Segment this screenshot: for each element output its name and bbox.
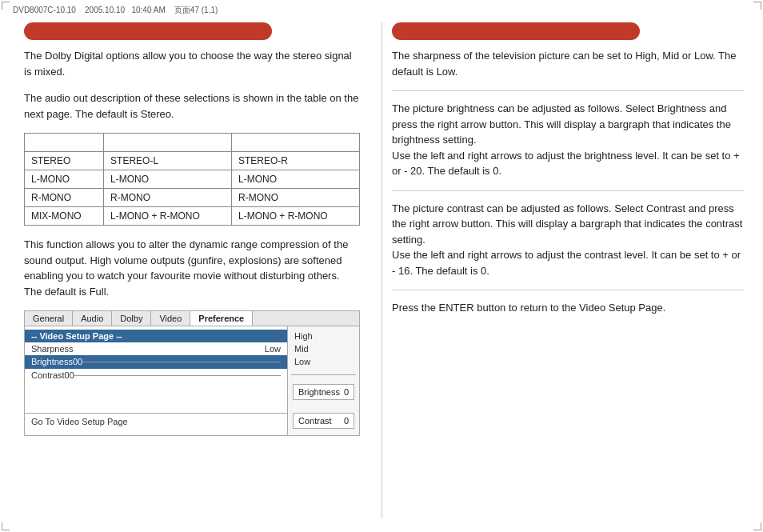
- table-cell: L-MONO: [25, 170, 104, 189]
- doc-date: 2005.10.10: [85, 6, 125, 14]
- table-cell: R-MONO: [25, 189, 104, 207]
- menu-item-label: Contrast: [31, 370, 65, 381]
- brightness-slider: [82, 362, 281, 362]
- dolby-intro: The Dolby Digital options allow you to c…: [24, 48, 360, 79]
- menu-item-brightness[interactable]: Brightness 00: [25, 355, 287, 369]
- setup-menu-header: -- Video Setup Page --: [25, 330, 287, 342]
- table-cell: L-MONO: [104, 170, 232, 189]
- table-header-row: [25, 134, 360, 152]
- table-row: MIX-MONO L-MONO + R-MONO L-MONO + R-MONO: [25, 207, 360, 226]
- table-header-2: [104, 134, 232, 152]
- contrast-control[interactable]: Contrast 0: [293, 413, 354, 429]
- sidebar-option-high[interactable]: High: [291, 330, 356, 342]
- tab-video[interactable]: Video: [151, 311, 190, 326]
- corner-mark-bl: [2, 522, 10, 530]
- sidebar-option-mid[interactable]: Mid: [291, 342, 356, 355]
- tab-preference[interactable]: Preference: [190, 311, 253, 326]
- setup-content: -- Video Setup Page -- Sharpness Low Bri…: [25, 326, 359, 435]
- setup-menu-footer[interactable]: Go To Video Setup Page: [25, 413, 287, 430]
- menu-item-value: 00: [73, 357, 82, 367]
- table-cell: R-MONO: [104, 189, 232, 207]
- corner-mark-tr: [753, 2, 761, 10]
- doc-time: 10:40 AM: [131, 6, 165, 14]
- divider-3: [392, 290, 744, 290]
- divider-1: [392, 90, 744, 91]
- brightness-control[interactable]: Brightness 0: [293, 384, 354, 400]
- table-cell: R-MONO: [232, 189, 360, 207]
- brightness-value: 0: [344, 387, 349, 397]
- brightness-text: The picture brightness can be adjusted a…: [392, 101, 744, 179]
- menu-item-contrast[interactable]: Contrast 00: [25, 369, 287, 382]
- setup-panel: General Audio Dolby Video Preference -- …: [24, 310, 360, 436]
- contrast-label: Contrast: [298, 416, 332, 426]
- table-row: L-MONO L-MONO L-MONO: [25, 170, 360, 189]
- table-cell: L-MONO: [232, 170, 360, 189]
- left-column: The Dolby Digital options allow you to c…: [24, 48, 360, 436]
- table-row: STEREO STEREO-L STEREO-R: [25, 152, 360, 170]
- top-bar-right: [392, 22, 640, 40]
- table-cell: L-MONO + R-MONO: [104, 207, 232, 226]
- tab-dolby[interactable]: Dolby: [112, 311, 151, 326]
- setup-tabs: General Audio Dolby Video Preference: [25, 311, 359, 326]
- contrast-text: The picture contrast can be adjusted as …: [392, 201, 744, 279]
- contrast-slider: [74, 375, 281, 376]
- audio-table: STEREO STEREO-L STEREO-R L-MONO L-MONO L…: [24, 133, 360, 226]
- enter-text: Press the ENTER button to return to the …: [392, 300, 744, 316]
- sidebar-option-low[interactable]: Low: [291, 355, 356, 368]
- table-header-3: [232, 134, 360, 152]
- table-cell: L-MONO + R-MONO: [232, 207, 360, 226]
- brightness-label: Brightness: [298, 387, 340, 397]
- doc-id: DVD8007C-10.10: [13, 6, 76, 14]
- table-cell: STEREO-R: [232, 152, 360, 170]
- sharpness-text: The sharpness of the television picture …: [392, 48, 744, 79]
- corner-mark-br: [753, 522, 761, 530]
- vertical-divider: [382, 22, 382, 518]
- contrast-value: 0: [344, 416, 349, 426]
- menu-item-sharpness[interactable]: Sharpness Low: [25, 342, 287, 355]
- doc-page: 页面47 (1,1): [174, 6, 218, 14]
- menu-item-value: 00: [65, 370, 74, 381]
- tab-general[interactable]: General: [25, 311, 73, 326]
- setup-sidebar: High Mid Low Brightness 0 Contrast 0: [287, 326, 359, 435]
- audio-desc: The audio out description of these selec…: [24, 90, 360, 122]
- menu-item-label: Brightness: [31, 357, 73, 367]
- corner-mark-tl: [2, 2, 10, 10]
- tab-audio[interactable]: Audio: [73, 311, 112, 326]
- table-cell: MIX-MONO: [25, 207, 104, 226]
- menu-item-label: Sharpness: [31, 344, 74, 354]
- right-column: The sharpness of the television picture …: [392, 48, 744, 327]
- table-cell: STEREO-L: [104, 152, 232, 170]
- table-row: R-MONO R-MONO R-MONO: [25, 189, 360, 207]
- divider-2: [392, 190, 744, 191]
- setup-menu: -- Video Setup Page -- Sharpness Low Bri…: [25, 326, 287, 435]
- table-cell: STEREO: [25, 152, 104, 170]
- dynamic-range-text: This function allows you to alter the dy…: [24, 237, 360, 299]
- page-meta: DVD8007C-10.10 2005.10.10 10:40 AM 页面47 …: [13, 5, 218, 16]
- menu-item-value: Low: [265, 344, 281, 354]
- table-header-1: [25, 134, 104, 152]
- top-bar-left: [24, 22, 272, 40]
